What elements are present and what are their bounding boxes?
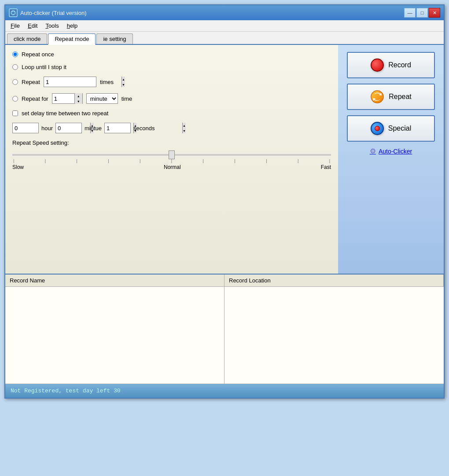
gear-icon: ⚙: [370, 147, 376, 155]
menu-help[interactable]: help: [63, 21, 81, 30]
delay-second-spinbox: ▲ ▼: [104, 123, 131, 133]
repeat-button[interactable]: Repeat: [347, 84, 435, 110]
repeat-once-row: Repeat once: [12, 51, 331, 58]
loop-row: Loop until I stop it: [12, 64, 331, 70]
autoclicker-link[interactable]: ⚙ Auto-Clicker: [370, 147, 412, 155]
minute-label: mintue: [85, 125, 102, 132]
repeat-for-arrows: ▲ ▼: [74, 93, 82, 104]
menubar: File Edit Tools help: [5, 20, 444, 32]
speed-slow-label: Slow: [12, 164, 24, 170]
col-header-record-name: Record Name: [5, 275, 224, 286]
delay-values-row: ▲ ▼ hour ▲ ▼ mintue ▲: [12, 123, 331, 133]
special-icon: [371, 122, 384, 135]
title-bar: Auto-clicker (Trial version) — □ ✕: [5, 5, 444, 20]
delay-minute-spinbox: ▲ ▼: [55, 123, 82, 133]
repeat-for-spinbox: 1 ▲ ▼: [52, 93, 83, 104]
delay-check-label: set delay time between two repeat: [22, 110, 108, 117]
menu-tools[interactable]: Tools: [42, 21, 62, 30]
speed-markers: Slow Normal Fast: [12, 163, 331, 171]
tabs: click mode Repeat mode ie setting: [5, 32, 444, 45]
table-section: Record Name Record Location: [5, 274, 444, 384]
special-label: Special: [388, 124, 411, 132]
speed-normal-label: Normal: [164, 164, 181, 170]
special-button[interactable]: Special: [347, 115, 435, 142]
tab-click-mode[interactable]: click mode: [7, 33, 47, 44]
repeat-times-row: Repeat 1 ▲ ▼ times: [12, 77, 331, 87]
delay-second-arrows: ▲ ▼: [182, 123, 186, 133]
loop-label: Loop until I stop it: [22, 64, 66, 70]
time-unit-select[interactable]: minute hour second: [86, 93, 118, 104]
delay-hour-spinbox: ▲ ▼: [12, 123, 39, 133]
record-label: Record: [388, 61, 411, 69]
repeat-count-arrows: ▲ ▼: [121, 77, 125, 87]
repeat-for-up[interactable]: ▲: [75, 93, 82, 99]
delay-checkbox-row: set delay time between two repeat: [12, 110, 331, 117]
repeat-for-down[interactable]: ▼: [75, 99, 82, 104]
repeat-count-down[interactable]: ▼: [122, 82, 125, 87]
special-icon-inner: [375, 126, 380, 131]
repeat-icon: [370, 90, 384, 104]
time-label: time: [121, 95, 132, 102]
close-button[interactable]: ✕: [429, 8, 440, 18]
svg-point-1: [371, 91, 383, 103]
window-title: Auto-clicker (Trial version): [20, 10, 87, 16]
table-col-names: [5, 287, 224, 384]
repeat-n-label: Repeat: [22, 79, 40, 85]
delay-second-down[interactable]: ▼: [183, 128, 186, 133]
record-icon: [371, 59, 384, 72]
app-icon: [9, 8, 18, 17]
menu-file[interactable]: File: [7, 21, 23, 30]
repeat-n-radio[interactable]: [12, 79, 18, 85]
status-bar: Not Registered, test day left 30: [5, 384, 444, 398]
speed-fast-label: Fast: [321, 164, 331, 170]
repeat-once-label: Repeat once: [22, 51, 54, 58]
main-content: Repeat once Loop until I stop it Repeat …: [5, 45, 444, 274]
repeat-once-radio[interactable]: [12, 51, 18, 57]
delay-checkbox[interactable]: [12, 110, 18, 116]
delay-second-up[interactable]: ▲: [183, 123, 186, 128]
repeat-btn-label: Repeat: [389, 93, 412, 101]
repeat-for-row: Repeat for 1 ▲ ▼ minute hour second time: [12, 93, 331, 104]
times-label: times: [100, 79, 114, 85]
table-body: [5, 287, 444, 384]
speed-ticks: | | | | | | | | | | |: [12, 159, 331, 163]
repeat-for-input[interactable]: 1: [52, 95, 74, 103]
speed-setting-label: Repeat Speed setting:: [12, 139, 331, 146]
table-col-locations: [224, 287, 444, 384]
status-text: Not Registered, test day left 30: [11, 388, 121, 394]
table-header: Record Name Record Location: [5, 275, 444, 287]
main-window: Auto-clicker (Trial version) — □ ✕ File …: [4, 4, 445, 399]
restore-button[interactable]: □: [416, 8, 428, 18]
title-buttons: — □ ✕: [404, 8, 440, 18]
right-panel: Record: [338, 45, 444, 274]
title-left: Auto-clicker (Trial version): [9, 8, 87, 17]
loop-radio[interactable]: [12, 64, 18, 70]
tab-repeat-mode[interactable]: Repeat mode: [48, 33, 96, 45]
seconds-label: seconds: [133, 125, 155, 132]
menu-edit[interactable]: Edit: [24, 21, 41, 30]
hour-label: hour: [41, 125, 53, 132]
tab-ie-setting[interactable]: ie setting: [96, 33, 132, 44]
repeat-for-label: Repeat for: [22, 95, 48, 102]
slider-container: [12, 149, 331, 159]
speed-slider[interactable]: [12, 154, 331, 156]
autoclicker-label: Auto-Clicker: [379, 148, 412, 155]
repeat-for-radio[interactable]: [12, 96, 18, 102]
col-header-record-location: Record Location: [224, 275, 444, 286]
repeat-count-spinbox: 1 ▲ ▼: [44, 77, 96, 87]
record-button[interactable]: Record: [347, 52, 435, 78]
minimize-button[interactable]: —: [404, 8, 416, 18]
repeat-count-up[interactable]: ▲: [122, 77, 125, 82]
left-panel: Repeat once Loop until I stop it Repeat …: [5, 45, 338, 274]
speed-section: Repeat Speed setting: | | | | | | | | | …: [12, 139, 331, 171]
